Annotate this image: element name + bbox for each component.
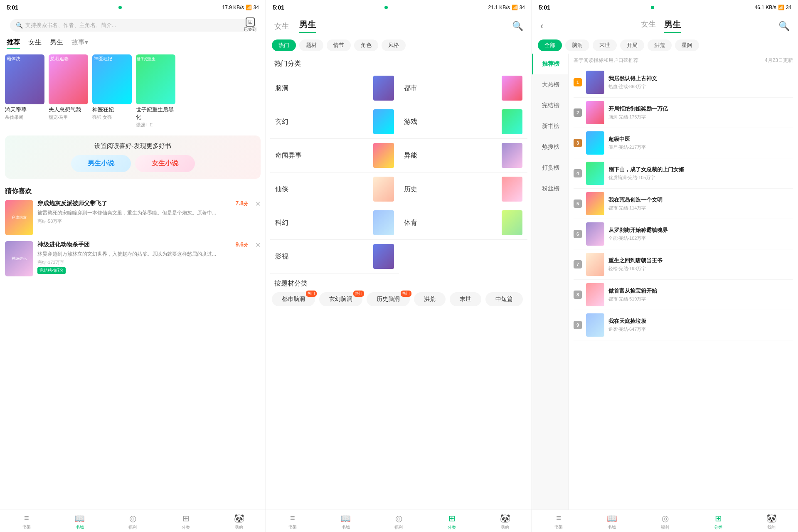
nav-welfare-3[interactable]: ◎ 福利 xyxy=(638,513,692,530)
search-icon-3[interactable]: 🔍 xyxy=(778,21,790,32)
topic-fantasy-brain[interactable]: 玄幻脑洞 热门 xyxy=(319,292,362,306)
p3-filter-start[interactable]: 开局 xyxy=(620,39,644,51)
p3-filter-brainhole[interactable]: 脑洞 xyxy=(565,39,589,51)
category-fantasy[interactable]: 玄幻 xyxy=(270,105,399,139)
p3-filter-apocalypse[interactable]: 末世 xyxy=(593,39,617,51)
rank-item-8[interactable]: 9 我在天庭捡垃圾 逆袭·完结·647万字 xyxy=(574,310,793,340)
category-scifi[interactable]: 科幻 xyxy=(270,206,399,240)
filter-style[interactable]: 风格 xyxy=(382,39,406,51)
rank-info-6: 重生之回到唐朝当王爷 轻松·完结·193万字 xyxy=(608,257,793,272)
rank-tab-new[interactable]: 新书榜 xyxy=(532,116,568,137)
female-novel-button[interactable]: 女生小说 xyxy=(135,155,195,172)
filter-emotion[interactable]: 情节 xyxy=(327,39,351,51)
nav-tab-story[interactable]: 故事▾ xyxy=(71,38,88,49)
nav-mine-3[interactable]: 🐼 我的 xyxy=(745,513,798,530)
filter-hot[interactable]: 热门 xyxy=(272,39,296,51)
book-cover-0: 霸体决 xyxy=(5,54,44,104)
p2-tab-male[interactable]: 男生 xyxy=(299,19,316,33)
p3-filter-wilderness[interactable]: 洪荒 xyxy=(648,39,672,51)
book-item-3[interactable]: 世子妃重生 世子妃重生后黑化 强强·HE xyxy=(136,54,175,128)
p3-tab-male[interactable]: 男生 xyxy=(664,19,681,33)
nav-bookshelf-3[interactable]: ≡ 书架 xyxy=(532,513,585,530)
nav-bookstore-2[interactable]: 📖 书城 xyxy=(319,513,372,530)
list-info-1: 神级进化动物杀手团 林昊穿越到万族林立的玄幻世界，入赘赵府的姑爷。原以为就要这样… xyxy=(37,241,261,276)
nav-bookshelf-2[interactable]: ≡ 书架 xyxy=(266,513,319,530)
category-film[interactable]: 影视 xyxy=(270,240,399,273)
topic-short[interactable]: 中短篇 xyxy=(485,292,523,306)
rank-num-6: 7 xyxy=(574,260,582,268)
nav-mine-2[interactable]: 🐼 我的 xyxy=(478,513,532,530)
close-button-1[interactable]: ✕ xyxy=(255,241,261,249)
rank-list: 基于阅读指标和用户口碑推荐 4月23日更新 1 我居然认得上古神文 热血·连载·… xyxy=(569,54,798,510)
rank-item-7[interactable]: 8 做首富从捡宝箱开始 都市·完结·519万字 xyxy=(574,280,793,310)
rank-num-0: 1 xyxy=(574,78,582,86)
rank-item-0[interactable]: 1 我居然认得上古神文 热血·连载·868万字 xyxy=(574,67,793,98)
nav-tab-female-1[interactable]: 女生 xyxy=(28,38,42,49)
p3-tab-female[interactable]: 女生 xyxy=(641,19,656,33)
nav-mine-1[interactable]: 🐼 我的 xyxy=(212,513,266,530)
search-bar-1[interactable]: 🔍 支持搜索书名、作者、主角名、简介... xyxy=(10,19,256,32)
list-score-0: 7.8分 xyxy=(236,200,248,207)
nav-bookstore-3[interactable]: 📖 书城 xyxy=(585,513,638,530)
rank-meta-6: 轻松·完结·193万字 xyxy=(608,266,793,272)
list-desc-0: 被雷劈死的宋瞳瞳穿到一本修仙爽文里，重生为落墨瞳。但是是个炮灰。原著中... xyxy=(37,209,261,217)
category-history[interactable]: 历史 xyxy=(399,172,528,206)
p3-filter-all[interactable]: 全部 xyxy=(538,39,562,51)
list-item-1[interactable]: 神级进化 神级进化动物杀手团 林昊穿越到万族林立的玄幻世界，入赘赵府的姑爷。原以… xyxy=(5,241,261,276)
rank-item-3[interactable]: 4 刚下山，成了女总裁的上门女婿 优质脑洞·完结·105万字 xyxy=(574,158,793,189)
rank-tab-fan[interactable]: 粉丝榜 xyxy=(532,178,568,199)
rank-item-2[interactable]: 3 超级中医 僵尸·完结·217万字 xyxy=(574,128,793,158)
p2-tab-female[interactable]: 女生 xyxy=(274,21,289,31)
bottom-nav-3: ≡ 书架 📖 书城 ◎ 福利 ⊞ 分类 🐼 我的 xyxy=(532,510,798,532)
nav-tab-recommend[interactable]: 推荐 xyxy=(7,38,20,49)
book-item-0[interactable]: 霸体决 鸿天帝尊 杀伐果断 xyxy=(5,54,44,128)
p3-filter-starfield[interactable]: 星阿 xyxy=(675,39,699,51)
rank-meta-3: 优质脑洞·完结·105万字 xyxy=(608,175,793,181)
category-urban[interactable]: 都市 xyxy=(399,71,528,105)
category-strange[interactable]: 奇闻异事 xyxy=(270,139,399,172)
category-power[interactable]: 异能 xyxy=(399,139,528,172)
mine-icon-3: 🐼 xyxy=(766,513,777,523)
rank-item-1[interactable]: 2 开局拒绝御姐奖励一万亿 脑洞·完结·175万字 xyxy=(574,98,793,128)
rank-item-6[interactable]: 7 重生之回到唐朝当王爷 轻松·完结·193万字 xyxy=(574,249,793,280)
rank-tab-reward[interactable]: 打赏榜 xyxy=(532,158,568,178)
rank-tab-recommend[interactable]: 推荐榜 xyxy=(532,54,568,74)
rank-cover-3 xyxy=(586,162,604,185)
rank-num-8: 9 xyxy=(574,321,582,329)
nav-welfare-1[interactable]: ◎ 福利 xyxy=(106,513,160,530)
cat-thumb-1 xyxy=(502,76,522,101)
topic-apocalypse[interactable]: 末世 xyxy=(450,292,481,306)
close-button-0[interactable]: ✕ xyxy=(255,200,261,208)
status-time-1: 5:01 xyxy=(7,4,18,11)
rank-tab-complete[interactable]: 完结榜 xyxy=(532,95,568,116)
category-game[interactable]: 游戏 xyxy=(399,105,528,139)
sign-button-1[interactable]: ☑ 已签到 xyxy=(244,17,256,32)
nav-category-1[interactable]: ⊞ 分类 xyxy=(159,513,212,530)
cat-thumb-10 xyxy=(373,244,394,269)
rank-item-5[interactable]: 6 从罗刹街开始称霸镇魂界 全能·完结·102万字 xyxy=(574,219,793,249)
back-button[interactable]: ‹ xyxy=(540,21,543,32)
topic-urban-brain[interactable]: 都市脑洞 热门 xyxy=(272,292,315,306)
book-item-2[interactable]: 神医狂妃 神医狂妃 强强·女强 xyxy=(92,54,132,128)
nav-bookshelf-1[interactable]: ≡ 书架 xyxy=(0,513,53,530)
filter-topic[interactable]: 题材 xyxy=(299,39,323,51)
nav-welfare-2[interactable]: ◎ 福利 xyxy=(372,513,426,530)
nav-bookstore-1[interactable]: 📖 书城 xyxy=(53,513,106,530)
list-item-0[interactable]: 穿成炮灰 穿成炮灰反派被师父带飞了 被雷劈死的宋瞳瞳穿到一本修仙爽文里，重生为落… xyxy=(5,200,261,235)
rank-tab-search[interactable]: 热搜榜 xyxy=(532,137,568,158)
rank-tab-hot[interactable]: 大热榜 xyxy=(532,74,568,95)
rank-item-4[interactable]: 5 我在荒岛创造一个文明 都市·完结·114万字 xyxy=(574,189,793,219)
topic-wilderness[interactable]: 洪荒 xyxy=(414,292,446,306)
nav-category-3[interactable]: ⊞ 分类 xyxy=(692,513,745,530)
male-novel-button[interactable]: 男生小说 xyxy=(71,155,131,172)
topic-history-brain[interactable]: 历史脑洞 热门 xyxy=(367,292,410,306)
search-icon-2[interactable]: 🔍 xyxy=(512,21,523,32)
category-sports[interactable]: 体育 xyxy=(399,206,528,240)
filter-role[interactable]: 角色 xyxy=(354,39,378,51)
battery-text-2: 34 xyxy=(520,5,525,10)
book-item-1[interactable]: 总裁追妻 夫人总想气我 甜宠·马甲 xyxy=(49,54,88,128)
nav-category-2[interactable]: ⊞ 分类 xyxy=(425,513,478,530)
category-brainstorm[interactable]: 脑洞 xyxy=(270,71,399,105)
nav-tab-male-1[interactable]: 男生 xyxy=(50,38,63,49)
category-xianxia[interactable]: 仙侠 xyxy=(270,172,399,206)
